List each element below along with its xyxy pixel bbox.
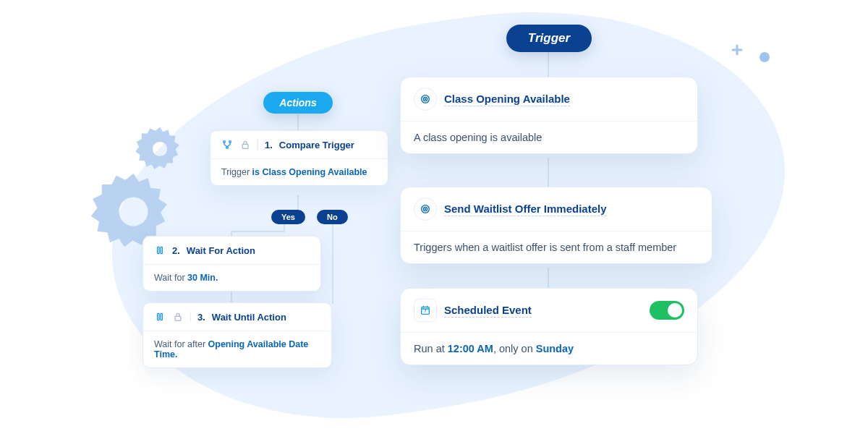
- card-index: 1.: [265, 140, 273, 150]
- gear-icon: [134, 123, 186, 175]
- card-title: Scheduled Event: [444, 304, 532, 318]
- calendar-icon: 7: [414, 299, 437, 322]
- wait-for-card[interactable]: 2. Wait For Action Wait for 30 Min.: [142, 236, 321, 292]
- card-body: Wait for 30 Min.: [143, 264, 320, 291]
- card-title: Compare Trigger: [279, 140, 354, 150]
- svg-rect-6: [158, 313, 159, 320]
- card-index: 3.: [197, 312, 205, 323]
- card-body: Wait for after Opening Available Date Ti…: [143, 331, 331, 367]
- class-opening-card[interactable]: Class Opening Available A class opening …: [400, 77, 698, 154]
- card-title: Class Opening Available: [444, 93, 570, 106]
- wait-until-card[interactable]: 3. Wait Until Action Wait for after Open…: [142, 302, 332, 368]
- svg-rect-3: [242, 144, 248, 148]
- svg-rect-7: [161, 313, 162, 320]
- compare-trigger-card[interactable]: 1. Compare Trigger Trigger is Class Open…: [210, 130, 388, 186]
- pause-icon: [154, 311, 166, 323]
- trigger-pill: Trigger: [506, 25, 592, 52]
- lock-icon: [239, 139, 251, 150]
- waitlist-card[interactable]: Send Waitlist Offer Immediately Triggers…: [400, 187, 712, 264]
- svg-text:7: 7: [425, 309, 427, 313]
- target-icon: [414, 197, 437, 221]
- svg-point-0: [224, 141, 226, 143]
- svg-point-1: [229, 141, 231, 143]
- card-body: A class opening is available: [401, 121, 697, 153]
- card-body: Triggers when a waitlist offer is sent f…: [401, 231, 712, 263]
- card-title: Wait For Action: [187, 245, 255, 256]
- svg-point-14: [425, 208, 425, 209]
- plus-icon: [731, 43, 744, 59]
- branch-icon: [221, 139, 233, 150]
- card-title: Wait Until Action: [212, 312, 286, 323]
- no-chip: No: [317, 210, 348, 224]
- svg-point-11: [425, 98, 425, 99]
- card-body: Run at 12:00 AM, only on Sunday: [401, 332, 697, 365]
- target-icon: [414, 88, 437, 111]
- yes-chip: Yes: [271, 210, 305, 224]
- svg-rect-8: [175, 316, 181, 320]
- enabled-toggle[interactable]: [650, 301, 684, 320]
- card-index: 2.: [172, 245, 180, 256]
- lock-icon: [172, 311, 184, 323]
- svg-rect-5: [161, 247, 162, 253]
- svg-rect-4: [158, 247, 159, 253]
- card-body: Trigger is Class Opening Available: [210, 158, 388, 185]
- scheduled-card[interactable]: 7 Scheduled Event Run at 12:00 AM, only …: [400, 288, 698, 365]
- card-title: Send Waitlist Offer Immediately: [444, 203, 607, 216]
- dot-icon: [760, 52, 770, 62]
- actions-pill: Actions: [263, 92, 333, 114]
- pause-icon: [154, 244, 166, 256]
